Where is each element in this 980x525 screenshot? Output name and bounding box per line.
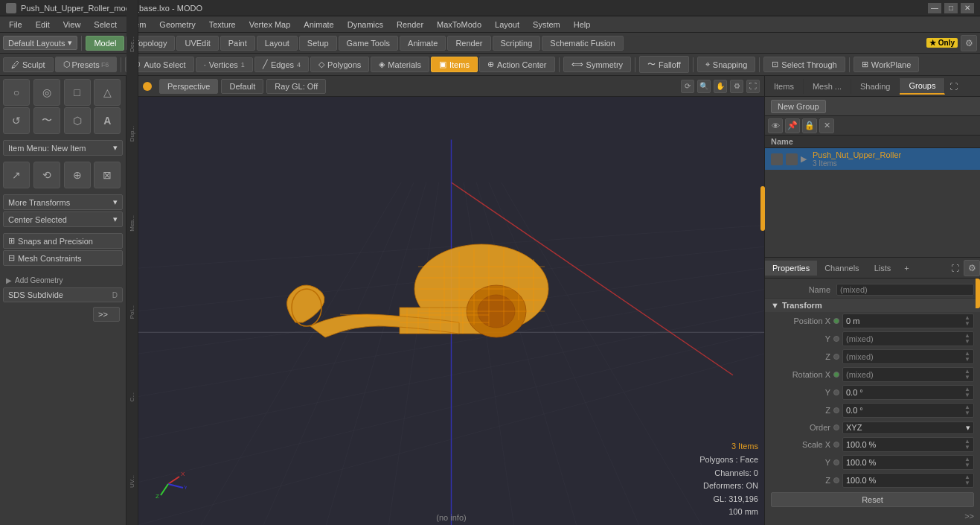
vp-pan-icon[interactable]: ✋	[714, 80, 727, 93]
scale-x-arrows[interactable]: ▲ ▼	[964, 439, 970, 451]
order-dot[interactable]	[833, 424, 839, 430]
tab-paint[interactable]: Paint	[220, 36, 255, 51]
vp-expand-icon[interactable]: ⛶	[746, 80, 760, 93]
menu-maxtomodo[interactable]: MaxToModo	[431, 19, 487, 31]
rot-y-value[interactable]: 0.0 ° ▲ ▼	[842, 385, 974, 400]
presets-btn[interactable]: ⬡ Presets F6	[55, 57, 118, 72]
rot-x-value[interactable]: (mixed) ▲ ▼	[842, 367, 974, 382]
props-bottom-arrow[interactable]: >>	[964, 512, 974, 521]
scale-x-value[interactable]: 100.0 % ▲ ▼	[842, 437, 974, 452]
close-button[interactable]: ✕	[961, 3, 974, 13]
expand-panel-btn[interactable]: >>	[93, 307, 120, 322]
pos-x-arrows[interactable]: ▲ ▼	[964, 315, 970, 327]
reset-button[interactable]: Reset	[771, 492, 974, 507]
sculpt-mode-btn[interactable]: 🖊 Sculpt	[3, 57, 54, 72]
menu-help[interactable]: Help	[568, 19, 597, 31]
tab-uvedit[interactable]: UVEdit	[176, 36, 218, 51]
maximize-button[interactable]: □	[944, 3, 958, 13]
scale-y-arrows[interactable]: ▲ ▼	[964, 456, 970, 468]
materials-btn[interactable]: ◈ Materials	[371, 57, 429, 72]
vp-tab-shading[interactable]: Default	[221, 79, 263, 94]
scale-x-dot[interactable]	[833, 442, 839, 448]
tab-render[interactable]: Render	[447, 36, 490, 51]
items-btn[interactable]: ▣ Items	[431, 57, 478, 72]
tab-model[interactable]: Model	[86, 36, 124, 51]
new-group-button[interactable]: New Group	[771, 100, 826, 113]
scale-y-value[interactable]: 100.0 % ▲ ▼	[842, 455, 974, 470]
props-add-tab[interactable]: +	[898, 261, 915, 276]
props-settings-btn[interactable]: ⚙	[964, 260, 980, 276]
vp-settings-icon[interactable]: ⚙	[730, 80, 743, 93]
rot-y-arrows[interactable]: ▲ ▼	[964, 386, 970, 398]
edges-btn[interactable]: ╱ Edges 4	[254, 57, 309, 72]
more-transforms-btn[interactable]: More Transforms ▾	[3, 194, 123, 210]
settings-button[interactable]: ⚙	[961, 35, 977, 51]
rot-z-arrows[interactable]: ▲ ▼	[964, 404, 970, 416]
menu-vertex-map[interactable]: Vertex Map	[243, 19, 297, 31]
viewport[interactable]: Perspective Default Ray GL: Off ⟳ 🔍 ✋ ⚙ …	[138, 76, 764, 525]
scale-z-value[interactable]: 100.0 % ▲ ▼	[842, 473, 974, 488]
group-lock-btn[interactable]: 🔒	[802, 118, 817, 133]
symmetry-btn[interactable]: ⟺ Symmetry	[563, 57, 632, 72]
cube-tool-btn[interactable]: □	[64, 79, 91, 106]
menu-edit[interactable]: Edit	[30, 19, 56, 31]
tab-layout[interactable]: Layout	[257, 36, 298, 51]
edge-tool-btn[interactable]: ⬡	[64, 107, 91, 134]
vert-label-c[interactable]: C...	[129, 392, 135, 401]
cone-tool-btn[interactable]: △	[94, 79, 121, 106]
add-geometry-header[interactable]: ▶ Add Geometry	[3, 275, 123, 286]
scale-tool-btn[interactable]: ⊕	[64, 162, 91, 188]
group-render-button[interactable]	[786, 153, 798, 165]
snaps-precision-btn[interactable]: ⊞ Snaps and Precision	[3, 233, 123, 249]
tab-groups[interactable]: Groups	[900, 78, 945, 95]
expand-panel-icon[interactable]: ⛶	[945, 79, 962, 94]
tab-animate[interactable]: Animate	[400, 36, 446, 51]
viewport-canvas[interactable]: X Y Z 3 Items Polygons : Face Channels: …	[138, 97, 764, 525]
text-tool-btn[interactable]: A	[94, 107, 121, 134]
sds-subdivide-btn[interactable]: SDS Subdivide D	[3, 287, 123, 302]
scale-y-dot[interactable]	[833, 459, 839, 465]
select-through-btn[interactable]: ⊡ Select Through	[763, 57, 845, 72]
workplane-btn[interactable]: ⊞ WorkPlane	[854, 57, 920, 72]
transform-tool-btn[interactable]: ⊠	[94, 162, 121, 188]
center-selected-btn[interactable]: Center Selected ▾	[3, 211, 123, 227]
rot-x-arrows[interactable]: ▲ ▼	[964, 369, 970, 381]
pos-z-value[interactable]: (mixed) ▲ ▼	[842, 349, 974, 364]
rot-z-dot[interactable]	[833, 407, 839, 413]
menu-geometry[interactable]: Geometry	[153, 19, 201, 31]
vert-label-uv[interactable]: UV...	[129, 475, 135, 488]
rot-z-value[interactable]: 0.0 ° ▲ ▼	[842, 403, 974, 418]
vp-orbit-icon[interactable]: ⟳	[681, 80, 694, 93]
window-controls[interactable]: — □ ✕	[928, 3, 974, 13]
mesh-constraints-btn[interactable]: ⊟ Mesh Constraints	[3, 250, 123, 266]
sphere-tool-btn[interactable]: ○	[3, 79, 30, 106]
transform-section[interactable]: ▼ Transform	[765, 298, 980, 312]
tab-schematic[interactable]: Schematic Fusion	[542, 36, 623, 51]
action-center-btn[interactable]: ⊕ Action Center	[479, 57, 555, 72]
order-value[interactable]: XYZ ▾	[842, 421, 974, 434]
scale-z-arrows[interactable]: ▲ ▼	[964, 474, 970, 486]
pos-y-dot[interactable]	[833, 336, 839, 342]
menu-layout[interactable]: Layout	[489, 19, 525, 31]
group-add-btn[interactable]: ✕	[819, 118, 834, 133]
menu-select[interactable]: Select	[88, 19, 123, 31]
tab-setup[interactable]: Setup	[299, 36, 337, 51]
move-tool-btn[interactable]: ↗	[3, 162, 30, 188]
tab-channels[interactable]: Channels	[817, 261, 866, 276]
tab-shading[interactable]: Shading	[851, 79, 900, 94]
menu-texture[interactable]: Texture	[203, 19, 242, 31]
vert-label-mes[interactable]: Mes...	[129, 215, 135, 232]
pos-y-value[interactable]: (mixed) ▲ ▼	[842, 331, 974, 346]
menu-file[interactable]: File	[3, 19, 28, 31]
item-menu-dropdown[interactable]: Item Menu: New Item ▾	[3, 140, 123, 156]
menu-dynamics[interactable]: Dynamics	[342, 19, 389, 31]
pos-x-value[interactable]: 0 m ▲ ▼	[842, 314, 974, 328]
scale-z-dot[interactable]	[833, 477, 839, 483]
menu-animate[interactable]: Animate	[298, 19, 339, 31]
torus-tool-btn[interactable]: ◎	[33, 79, 60, 106]
group-pin-btn[interactable]: 📌	[785, 118, 800, 133]
tab-lists[interactable]: Lists	[867, 261, 899, 276]
vert-label-pol[interactable]: Pol...	[129, 305, 135, 319]
layout-dropdown[interactable]: Default Layouts ▾	[3, 36, 77, 50]
vert-label-dup[interactable]: Dup...	[129, 126, 135, 141]
